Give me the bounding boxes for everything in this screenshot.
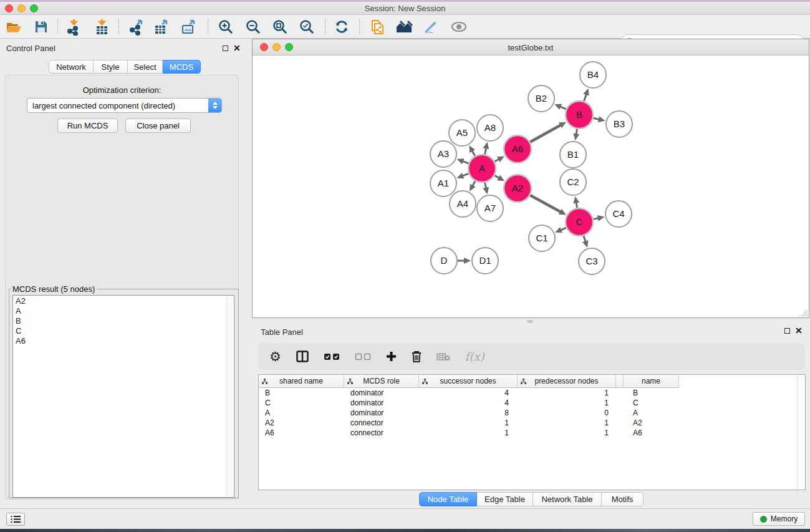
graph-node-b1[interactable]: B1 bbox=[560, 142, 586, 168]
export-network-icon[interactable] bbox=[127, 18, 145, 36]
mcds-result-item[interactable]: C bbox=[16, 326, 231, 336]
import-network-icon[interactable] bbox=[65, 18, 82, 36]
delete-column-icon[interactable] bbox=[412, 351, 422, 362]
tab-node-table[interactable]: Node Table bbox=[419, 492, 477, 506]
tab-motifs[interactable]: Motifs bbox=[602, 492, 644, 506]
graph-node-a1[interactable]: A1 bbox=[430, 170, 456, 196]
mcds-result-item[interactable]: A bbox=[16, 306, 231, 316]
close-panel-button[interactable]: Close panel bbox=[125, 118, 191, 133]
table-row[interactable]: A6connector11A6 bbox=[259, 428, 805, 438]
graph-node-a3[interactable]: A3 bbox=[430, 141, 456, 167]
graph-edge-c-c4[interactable] bbox=[594, 218, 599, 219]
table-options-gear-icon[interactable]: ⚙ bbox=[269, 349, 281, 364]
mcds-list-scrollbar[interactable] bbox=[226, 296, 233, 496]
graph-edge-b-b4[interactable] bbox=[584, 94, 586, 101]
clone-network-icon[interactable] bbox=[369, 18, 386, 36]
graph-edge-a-a3[interactable] bbox=[462, 161, 468, 163]
column-header-shared-name[interactable]: shared name bbox=[259, 375, 344, 388]
mcds-result-item[interactable]: B bbox=[16, 316, 231, 326]
column-header-successor-nodes[interactable]: successor nodes bbox=[419, 375, 518, 388]
mcds-result-list[interactable]: A2ABCA6 bbox=[12, 295, 234, 498]
network-graph[interactable]: B4B2BB3B1A5A8A3AA1A4A7A6A2C2CC4C1C3DD1 bbox=[253, 56, 809, 317]
graph-node-a4[interactable]: A4 bbox=[450, 191, 476, 217]
memory-button[interactable]: Memory bbox=[753, 512, 805, 526]
status-menu-button[interactable] bbox=[6, 513, 25, 526]
close-table-panel-icon[interactable]: ✕ bbox=[795, 327, 803, 334]
graph-node-c2[interactable]: C2 bbox=[560, 169, 586, 195]
zoom-in-icon[interactable] bbox=[217, 18, 234, 36]
refresh-icon[interactable] bbox=[333, 18, 350, 36]
graph-node-a8[interactable]: A8 bbox=[477, 115, 503, 141]
deselect-all-columns-icon[interactable] bbox=[355, 353, 371, 360]
graph-edge-a-a6[interactable] bbox=[494, 159, 499, 162]
tab-network-table[interactable]: Network Table bbox=[533, 492, 602, 506]
graph-edge-b-b3[interactable] bbox=[593, 118, 599, 119]
float-panel-icon[interactable] bbox=[223, 46, 228, 51]
table-scrollbar[interactable] bbox=[797, 375, 805, 490]
panel-divider-grip[interactable] bbox=[527, 320, 533, 323]
table-row[interactable]: A2connector11A2 bbox=[259, 418, 805, 428]
tab-style[interactable]: Style bbox=[94, 60, 128, 74]
graph-node-a6[interactable]: A6 bbox=[504, 135, 531, 163]
graph-node-b3[interactable]: B3 bbox=[606, 111, 632, 137]
graph-edge-a2-c[interactable] bbox=[530, 195, 561, 212]
first-neighbors-icon[interactable] bbox=[395, 18, 413, 36]
optimization-criterion-dropdown[interactable]: largest connected component (directed) bbox=[27, 98, 222, 113]
graph-edge-b-b1[interactable] bbox=[576, 129, 577, 135]
add-column-icon[interactable] bbox=[386, 351, 397, 362]
column-header-mcds-role[interactable]: MCDS role bbox=[344, 375, 419, 388]
mcds-result-item[interactable]: A6 bbox=[16, 336, 231, 346]
graph-edge-a-a1[interactable] bbox=[462, 173, 469, 176]
graph-edge-c-c2[interactable] bbox=[576, 202, 577, 208]
column-header-predecessor-nodes[interactable]: predecessor nodes bbox=[518, 375, 616, 388]
mcds-result-item[interactable]: A2 bbox=[16, 296, 231, 306]
table-row[interactable]: Adominator80A bbox=[259, 408, 805, 418]
zoom-out-icon[interactable] bbox=[244, 18, 262, 36]
show-columns-icon[interactable] bbox=[296, 351, 309, 362]
graph-node-b[interactable]: B bbox=[566, 101, 593, 128]
node-table[interactable]: shared nameMCDS rolesuccessor nodesprede… bbox=[258, 374, 806, 490]
zoom-fit-icon[interactable] bbox=[271, 18, 289, 36]
table-row[interactable]: Bdominator41B bbox=[259, 388, 805, 398]
open-session-icon[interactable] bbox=[5, 18, 22, 36]
tab-mcds[interactable]: MCDS bbox=[163, 60, 201, 74]
graph-edge-b-b2[interactable] bbox=[559, 107, 566, 109]
graph-node-c3[interactable]: C3 bbox=[579, 248, 605, 274]
show-all-eye-icon[interactable] bbox=[450, 18, 468, 36]
graph-edge-a-a4[interactable] bbox=[472, 181, 475, 186]
select-all-columns-icon[interactable] bbox=[324, 353, 340, 360]
graph-edge-a-a8[interactable] bbox=[485, 147, 486, 154]
graph-edge-a-a7[interactable] bbox=[485, 183, 486, 189]
graph-node-a[interactable]: A bbox=[468, 155, 496, 182]
export-table-icon[interactable] bbox=[152, 18, 170, 36]
graph-node-c[interactable]: C bbox=[566, 208, 593, 236]
graph-node-b2[interactable]: B2 bbox=[528, 85, 554, 112]
graph-edge-a-a5[interactable] bbox=[472, 150, 475, 156]
tab-select[interactable]: Select bbox=[128, 60, 163, 74]
tab-edge-table[interactable]: Edge Table bbox=[477, 492, 533, 506]
graph-node-c1[interactable]: C1 bbox=[529, 225, 555, 251]
resize-grip-icon[interactable] bbox=[800, 309, 808, 317]
graph-node-d1[interactable]: D1 bbox=[472, 248, 498, 274]
tab-network[interactable]: Network bbox=[49, 60, 94, 74]
graph-node-b4[interactable]: B4 bbox=[580, 62, 606, 88]
graph-node-a7[interactable]: A7 bbox=[477, 195, 503, 221]
float-table-panel-icon[interactable] bbox=[784, 328, 790, 334]
graph-node-d[interactable]: D bbox=[431, 248, 457, 274]
graph-edge-a6-b[interactable] bbox=[530, 125, 561, 142]
column-header-name[interactable]: name bbox=[624, 375, 679, 388]
save-session-icon[interactable] bbox=[32, 18, 50, 36]
run-mcds-button[interactable]: Run MCDS bbox=[57, 118, 118, 133]
graph-edge-a-a2[interactable] bbox=[494, 175, 499, 178]
graph-edge-c-c3[interactable] bbox=[584, 236, 586, 243]
import-table-icon[interactable] bbox=[93, 18, 110, 36]
graph-edge-c-c1[interactable] bbox=[560, 228, 566, 230]
zoom-selected-icon[interactable] bbox=[298, 18, 316, 36]
hide-selected-icon[interactable] bbox=[422, 18, 439, 36]
graph-node-c4[interactable]: C4 bbox=[605, 201, 632, 227]
close-panel-icon[interactable]: ✕ bbox=[233, 45, 241, 51]
table-row[interactable]: Cdominator41C bbox=[259, 398, 805, 408]
export-image-icon[interactable] bbox=[180, 18, 197, 36]
network-canvas[interactable]: B4B2BB3B1A5A8A3AA1A4A7A6A2C2CC4C1C3DD1 bbox=[253, 56, 809, 317]
graph-node-a2[interactable]: A2 bbox=[504, 175, 531, 202]
